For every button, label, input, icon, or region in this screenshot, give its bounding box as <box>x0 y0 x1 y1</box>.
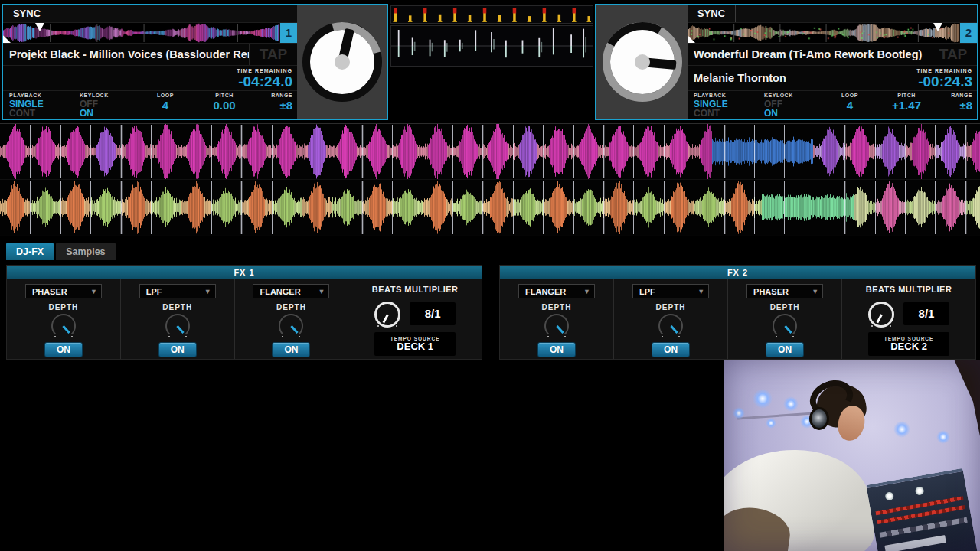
knob-min-dot <box>871 325 873 327</box>
deck-1-range-value: ±8 <box>279 99 292 112</box>
deck-2-pitch[interactable]: PITCH +1.47 <box>876 93 937 119</box>
deck-1-overview-row: 1 <box>3 23 297 44</box>
deck-2-tap-button[interactable]: TAP <box>929 44 977 65</box>
deck-1-playback-cont[interactable]: CONT <box>9 109 80 119</box>
knob-min-dot <box>776 336 777 337</box>
deck-2-time-remaining: TIME REMAINING -00:24.3 <box>880 68 977 89</box>
fx2-slot1-depth-label: DEPTH <box>542 303 572 311</box>
fx1-slot1-depth-knob[interactable] <box>51 314 76 338</box>
fx1-beats-label: BEATS MULTIPLIER <box>372 285 459 294</box>
deck-2-playback-mode[interactable]: PLAYBACK SINGLE CONT <box>694 93 764 119</box>
deck-2-playback-cont[interactable]: CONT <box>694 109 764 119</box>
fx2-tempo-source-value: DECK 2 <box>890 341 927 352</box>
fx2-slot2-on-button[interactable]: ON <box>652 342 690 357</box>
fx2-slot2-effect-name: LPF <box>639 287 655 296</box>
knob-max-dot <box>792 336 794 337</box>
tab-dj-fx[interactable]: DJ-FX <box>6 243 54 260</box>
deck-2-track-title: Wonderful Dream (Ti-Amo Rework Bootleg) <box>688 44 929 65</box>
deck-2-jog-wheel[interactable] <box>603 22 682 102</box>
deck-2-range-label: RANGE <box>951 93 972 98</box>
fx1-slot3-depth-label: DEPTH <box>276 303 306 311</box>
fx2-slot3-effect-dropdown[interactable]: PHASER ▼ <box>746 284 823 298</box>
fx2-slot-1: FLANGER ▼ DEPTH ON <box>500 279 614 359</box>
deck-1-cue-badge[interactable]: 1 <box>279 23 297 43</box>
deck-2-jog-zone <box>596 5 688 119</box>
deck-2-range[interactable]: RANGE ±8 <box>937 93 972 119</box>
deck-1-time-remaining-value: -04:24.0 <box>201 74 292 89</box>
fx1-slot3-effect-dropdown[interactable]: FLANGER ▼ <box>253 284 329 298</box>
knob-max-dot <box>185 336 187 337</box>
knob-min-dot <box>547 336 549 337</box>
deck-1-sync-button[interactable]: SYNC <box>3 5 51 22</box>
fx1-slot1-on-button[interactable]: ON <box>44 342 83 357</box>
deck-2-playback-label: PLAYBACK <box>694 93 764 98</box>
deck-1-main-waveform[interactable] <box>0 124 980 180</box>
chevron-down-icon: ▼ <box>697 288 704 295</box>
deck-2-sync-button[interactable]: SYNC <box>688 5 736 22</box>
fx2-slot3-depth-knob[interactable] <box>773 314 797 338</box>
fx2-slot2-depth-knob[interactable] <box>658 314 683 338</box>
knob-max-dot <box>890 325 891 327</box>
fx2-slot1-on-button[interactable]: ON <box>537 342 576 357</box>
fx1-slot1-effect-dropdown[interactable]: PHASER ▼ <box>25 284 102 298</box>
deck-2-time-remaining-label: TIME REMAINING <box>880 68 972 73</box>
deck-1-overview-waveform[interactable] <box>3 23 279 43</box>
fx1-slot2-effect-dropdown[interactable]: LPF ▼ <box>139 284 216 298</box>
fx1-slot2-on-button[interactable]: ON <box>158 342 197 357</box>
deck-1-keylock-label: KEYLOCK <box>80 93 139 98</box>
fx2-slot2-depth-label: DEPTH <box>656 303 686 311</box>
fx1-slot3-depth-knob[interactable] <box>279 314 303 338</box>
dj-software-window: SYNC 1 Projekt Black - Million Voices (B… <box>0 0 980 551</box>
tab-samples[interactable]: Samples <box>56 243 115 260</box>
fx1-tempo-source[interactable]: TEMPO SOURCE DECK 1 <box>374 332 456 356</box>
deck-1-artist-row: TIME REMAINING -04:24.0 <box>3 66 297 92</box>
fx2-beats-label: BEATS MULTIPLIER <box>866 285 952 294</box>
deck-1-loop-value: 4 <box>162 99 168 112</box>
fx2-slot2-effect-dropdown[interactable]: LPF ▼ <box>632 284 709 298</box>
webcam-overlay <box>724 360 980 551</box>
deck-2-loop-value: 4 <box>847 99 853 112</box>
fx2-tempo-source[interactable]: TEMPO SOURCE DECK 2 <box>868 332 949 356</box>
deck-1-pitch[interactable]: PITCH 0.00 <box>191 93 257 119</box>
fx2-slot1-effect-dropdown[interactable]: FLANGER ▼ <box>518 284 595 298</box>
deck-2-loop[interactable]: LOOP 4 <box>824 93 876 119</box>
deck-2-time-remaining-value: -00:24.3 <box>880 74 972 89</box>
fx1-slot2-depth-knob[interactable] <box>165 314 190 338</box>
fx1-slot1-depth-label: DEPTH <box>48 303 78 311</box>
deck-2-main-waveform[interactable] <box>0 180 980 235</box>
deck-1-range[interactable]: RANGE ±8 <box>257 93 292 119</box>
fx1-beats-multiplier: BEATS MULTIPLIER 8/1 TEMPO SOURCE DECK 1 <box>348 279 482 359</box>
mid-waveform-display <box>390 25 593 67</box>
fx2-slot3-depth-label: DEPTH <box>770 303 800 311</box>
fx2-beats-knob[interactable] <box>868 302 894 328</box>
chevron-down-icon: ▼ <box>583 288 590 295</box>
deck-1-keylock[interactable]: KEYLOCK OFF ON <box>80 93 139 119</box>
fx1-slot3-on-button[interactable]: ON <box>272 342 310 357</box>
fx-tab-bar: DJ-FX Samples <box>6 243 116 260</box>
fx2-slot1-effect-name: FLANGER <box>525 287 566 296</box>
webcam-vignette <box>724 360 980 551</box>
knob-max-dot <box>396 325 397 327</box>
deck-2-overview-waveform[interactable] <box>688 23 959 43</box>
deck-1-keylock-on[interactable]: ON <box>80 109 139 119</box>
fx1-beats-knob[interactable] <box>374 302 400 328</box>
fx2-beats-value: 8/1 <box>903 302 949 325</box>
chevron-down-icon: ▼ <box>318 288 325 295</box>
deck-1-playback-mode[interactable]: PLAYBACK SINGLE CONT <box>9 93 80 119</box>
deck-1-tap-button[interactable]: TAP <box>249 44 297 65</box>
deck-2-cue-badge[interactable]: 2 <box>959 23 977 43</box>
deck-1-jog-wheel[interactable] <box>302 22 382 102</box>
fx2-slot1-depth-knob[interactable] <box>544 314 569 338</box>
chevron-down-icon: ▼ <box>812 288 818 295</box>
deck-2-artist: Melanie Thornton <box>688 72 880 84</box>
deck-1-playback-label: PLAYBACK <box>9 93 80 98</box>
fx2-slot3-on-button[interactable]: ON <box>766 342 804 357</box>
deck-2-info: SYNC 2 Wonderful Dream (Ti-Amo Rework Bo… <box>688 5 977 119</box>
fx1-panel: FX 1 PHASER ▼ DEPTH ON LPF <box>6 265 482 360</box>
fx1-slot2-effect-name: LPF <box>146 287 162 296</box>
deck-1-loop[interactable]: LOOP 4 <box>139 93 191 119</box>
deck-2-keylock-label: KEYLOCK <box>764 93 824 98</box>
deck-2-keylock-on[interactable]: ON <box>764 109 824 119</box>
fx1-slot2-depth-label: DEPTH <box>162 303 192 311</box>
deck-2-keylock[interactable]: KEYLOCK OFF ON <box>764 93 824 119</box>
